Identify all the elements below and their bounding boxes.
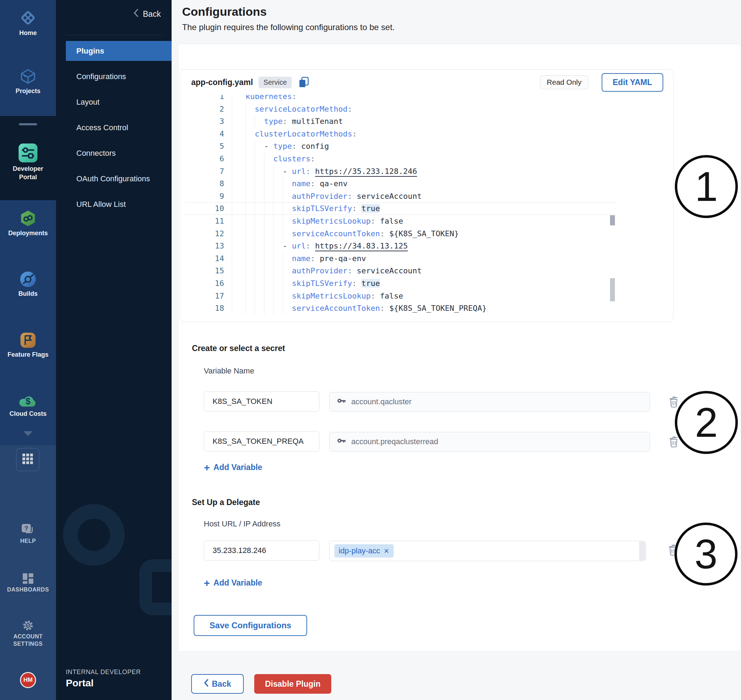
- indent-guide: [255, 190, 264, 203]
- variable-name-input[interactable]: K8S_SA_TOKEN_PREQA: [204, 431, 320, 451]
- disable-plugin-button[interactable]: Disable Plugin: [254, 674, 331, 694]
- remove-tag-icon[interactable]: ✕: [384, 547, 389, 555]
- edit-yaml-button[interactable]: Edit YAML: [602, 73, 663, 92]
- sidebar-item-help[interactable]: ? HELP: [0, 523, 56, 545]
- code-line: 16 skipTLSVerify: true: [185, 277, 617, 290]
- indent-guide: [264, 178, 273, 190]
- menu-item-oauth-configurations[interactable]: OAuth Configurations: [66, 169, 172, 189]
- delete-variable-icon[interactable]: [668, 395, 680, 408]
- line-number: 4: [185, 128, 232, 140]
- gear-icon: [22, 619, 34, 633]
- builds-icon: [19, 271, 37, 290]
- secret-reference-field[interactable]: account.preqaclusterread: [329, 432, 650, 451]
- code-line: 17 skipMetricsLookup: false: [185, 290, 617, 302]
- variable-name-input[interactable]: K8S_SA_TOKEN: [204, 391, 320, 412]
- host-url-input[interactable]: 35.233.128.246: [204, 540, 320, 561]
- menu-item-layout[interactable]: Layout: [66, 92, 172, 112]
- code-token: url: [292, 167, 306, 176]
- code-token: [310, 241, 315, 250]
- sidebar-item-builds[interactable]: Builds: [0, 271, 56, 298]
- copy-icon[interactable]: [298, 76, 310, 88]
- code-token: serviceAccountToken: [292, 304, 380, 313]
- annotation-number: 3: [694, 530, 717, 578]
- line-number: 13: [185, 240, 232, 252]
- add-variable-button-secret[interactable]: + Add Variable: [204, 463, 262, 472]
- indent-guide: [246, 190, 255, 203]
- indent-guide: [283, 215, 292, 228]
- menu-item-url-allow-list[interactable]: URL Allow List: [66, 194, 172, 214]
- code-token: authProvider: [292, 192, 348, 200]
- add-variable-label: Add Variable: [214, 463, 262, 472]
- delegate-section-heading: Set Up a Delegate: [192, 498, 260, 507]
- indent-guide: [246, 290, 255, 302]
- code-line: 18 serviceAccountToken: ${K8S_SA_TOKEN_P…: [185, 302, 617, 315]
- sidebar-item-cloud-costs[interactable]: $ Cloud Costs: [0, 393, 56, 418]
- cloud-costs-icon: $: [18, 393, 38, 409]
- code-token: -: [283, 167, 292, 176]
- annotation-number: 1: [695, 163, 718, 210]
- line-number: 5: [185, 140, 232, 153]
- scrollbar-thumb[interactable]: [610, 278, 615, 301]
- avatar[interactable]: HM: [20, 672, 36, 688]
- secret-reference-field[interactable]: account.qacluster: [329, 392, 650, 412]
- line-number: 17: [185, 290, 232, 302]
- add-variable-button-delegate[interactable]: + Add Variable: [204, 578, 262, 588]
- scrollbar-mark[interactable]: [610, 215, 615, 225]
- line-number: 14: [185, 252, 232, 265]
- menu-item-label: Layout: [77, 98, 99, 107]
- code-token: [310, 167, 315, 176]
- indent-guide: [273, 228, 282, 240]
- indent-guide: [255, 277, 264, 290]
- indent-guide: [264, 190, 273, 203]
- chevron-down-icon[interactable]: [24, 431, 32, 436]
- sidebar-item-label: Deployments: [0, 229, 56, 237]
- menu-item-access-control[interactable]: Access Control: [66, 118, 172, 138]
- menu-item-plugins[interactable]: Plugins: [66, 41, 172, 61]
- sidebar-item-feature-flags[interactable]: Feature Flags: [0, 331, 56, 359]
- footer-back-button[interactable]: Back: [191, 674, 244, 694]
- home-icon: [19, 9, 37, 29]
- sidebar-item-deployments[interactable]: Deployments: [0, 209, 56, 237]
- indent-guide: [264, 265, 273, 277]
- code-token: :: [292, 142, 296, 150]
- indent-guide: [283, 290, 292, 302]
- code-token: url: [292, 241, 306, 250]
- code-token: skipTLSVerify: [292, 279, 352, 288]
- sidebar-item-dashboards[interactable]: DASHBOARDS: [0, 573, 56, 593]
- sidebar-item-account-settings[interactable]: ACCOUNTSETTINGS: [0, 619, 56, 647]
- sidebar-item-developer-portal[interactable]: DeveloperPortal: [0, 143, 56, 181]
- indent-guide: [255, 153, 264, 165]
- page-title: Configurations: [182, 5, 267, 19]
- service-badge: Service: [258, 76, 292, 88]
- indent-guide: [246, 128, 255, 140]
- indent-guide: [264, 165, 273, 178]
- menu-item-connectors[interactable]: Connectors: [66, 143, 172, 163]
- line-number: 2: [185, 103, 232, 116]
- variable-name-value: K8S_SA_TOKEN_PREQA: [212, 437, 303, 446]
- sidebar-item-label: HELP: [0, 537, 56, 545]
- delegate-selector-field[interactable]: idp-play-acc ✕: [329, 541, 646, 561]
- collapse-handle[interactable]: [19, 123, 37, 125]
- menu-item-configurations[interactable]: Configurations: [66, 66, 172, 87]
- module-grid-button[interactable]: [16, 448, 39, 471]
- indent-guide: [246, 228, 255, 240]
- projects-icon: [19, 67, 37, 87]
- indent-guide: [246, 153, 255, 165]
- sidebar-item-home[interactable]: Home: [0, 9, 56, 37]
- code-token: serviceAccountToken: [292, 229, 380, 238]
- menu-divider: [66, 35, 162, 35]
- delegate-tag-label: idp-play-acc: [339, 546, 380, 556]
- code-token: serviceAccount: [352, 192, 422, 200]
- save-configurations-button[interactable]: Save Configurations: [194, 615, 307, 636]
- line-number: 12: [185, 228, 232, 240]
- code-line: 15 authProvider: serviceAccount: [185, 265, 617, 277]
- back-link[interactable]: Back: [133, 9, 161, 20]
- field-end-decoration: [639, 541, 645, 560]
- yaml-code-editor[interactable]: 1 kubernetes: 2 serviceLocatorMethod: 3 …: [185, 95, 617, 322]
- code-token: :: [380, 229, 384, 238]
- code-token: :: [352, 279, 357, 288]
- sidebar-item-projects[interactable]: Projects: [0, 67, 56, 95]
- delegate-tag-chip[interactable]: idp-play-acc ✕: [334, 544, 393, 557]
- indent-guide: [246, 178, 255, 190]
- host-url-label: Host URL / IP Address: [204, 519, 280, 528]
